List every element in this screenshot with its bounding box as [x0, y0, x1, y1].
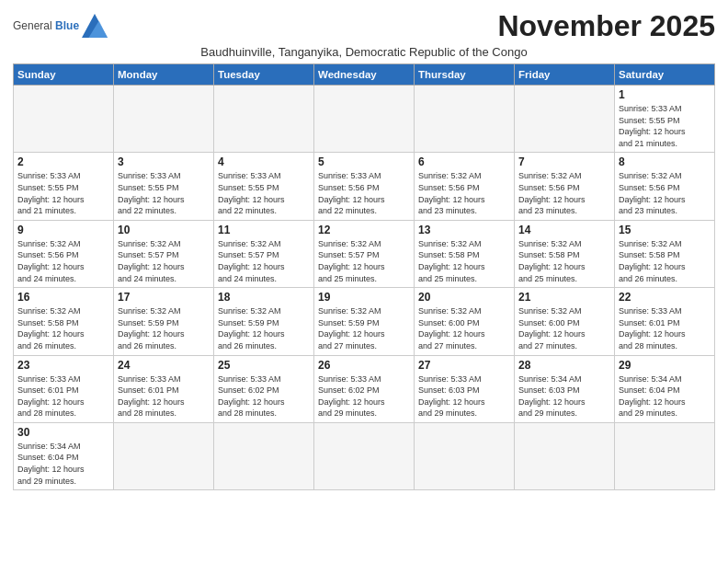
day-info: Sunrise: 5:33 AM Sunset: 6:01 PM Dayligh…	[619, 305, 711, 351]
calendar-cell: 30Sunrise: 5:34 AM Sunset: 6:04 PM Dayli…	[14, 422, 114, 489]
day-number: 24	[118, 359, 210, 372]
day-info: Sunrise: 5:32 AM Sunset: 5:59 PM Dayligh…	[218, 305, 310, 351]
logo: General Blue	[13, 13, 108, 39]
calendar-cell: 1Sunrise: 5:33 AM Sunset: 5:55 PM Daylig…	[615, 86, 715, 153]
calendar-cell: 6Sunrise: 5:32 AM Sunset: 5:56 PM Daylig…	[415, 153, 515, 220]
day-info: Sunrise: 5:33 AM Sunset: 5:55 PM Dayligh…	[619, 103, 711, 149]
day-info: Sunrise: 5:33 AM Sunset: 5:55 PM Dayligh…	[17, 170, 109, 216]
calendar-cell: 24Sunrise: 5:33 AM Sunset: 6:01 PM Dayli…	[114, 355, 214, 422]
week-row-5: 23Sunrise: 5:33 AM Sunset: 6:01 PM Dayli…	[14, 355, 715, 422]
calendar-cell: 5Sunrise: 5:33 AM Sunset: 5:56 PM Daylig…	[314, 153, 415, 220]
calendar-cell: 26Sunrise: 5:33 AM Sunset: 6:02 PM Dayli…	[314, 355, 415, 422]
day-info: Sunrise: 5:33 AM Sunset: 6:01 PM Dayligh…	[118, 373, 210, 419]
day-info: Sunrise: 5:33 AM Sunset: 6:02 PM Dayligh…	[218, 373, 310, 419]
day-number: 23	[17, 359, 109, 372]
calendar-cell: 29Sunrise: 5:34 AM Sunset: 6:04 PM Dayli…	[615, 355, 715, 422]
weekday-header-wednesday: Wednesday	[314, 64, 415, 86]
day-info: Sunrise: 5:32 AM Sunset: 5:59 PM Dayligh…	[118, 305, 210, 351]
day-info: Sunrise: 5:33 AM Sunset: 6:03 PM Dayligh…	[418, 373, 510, 419]
day-number: 7	[518, 155, 610, 168]
calendar-cell	[415, 86, 515, 153]
calendar-cell: 22Sunrise: 5:33 AM Sunset: 6:01 PM Dayli…	[615, 288, 715, 355]
day-info: Sunrise: 5:33 AM Sunset: 5:55 PM Dayligh…	[218, 170, 310, 216]
logo-text: General Blue	[13, 19, 79, 32]
day-info: Sunrise: 5:32 AM Sunset: 5:56 PM Dayligh…	[518, 170, 610, 216]
day-info: Sunrise: 5:34 AM Sunset: 6:03 PM Dayligh…	[518, 373, 610, 419]
day-number: 26	[318, 359, 410, 372]
calendar-cell: 7Sunrise: 5:32 AM Sunset: 5:56 PM Daylig…	[515, 153, 615, 220]
day-number: 20	[418, 291, 510, 304]
calendar-cell: 17Sunrise: 5:32 AM Sunset: 5:59 PM Dayli…	[114, 288, 214, 355]
day-number: 9	[17, 224, 109, 236]
weekday-header-saturday: Saturday	[615, 64, 715, 86]
calendar-cell: 25Sunrise: 5:33 AM Sunset: 6:02 PM Dayli…	[214, 355, 314, 422]
calendar-cell: 8Sunrise: 5:32 AM Sunset: 5:56 PM Daylig…	[615, 153, 715, 220]
calendar-cell	[114, 86, 214, 153]
day-number: 8	[619, 155, 711, 168]
calendar-cell: 15Sunrise: 5:32 AM Sunset: 5:58 PM Dayli…	[615, 220, 715, 287]
day-info: Sunrise: 5:32 AM Sunset: 5:58 PM Dayligh…	[518, 238, 610, 284]
calendar-cell: 13Sunrise: 5:32 AM Sunset: 5:58 PM Dayli…	[415, 220, 515, 287]
day-number: 16	[17, 291, 109, 304]
day-info: Sunrise: 5:32 AM Sunset: 5:57 PM Dayligh…	[318, 238, 410, 284]
day-info: Sunrise: 5:34 AM Sunset: 6:04 PM Dayligh…	[619, 373, 711, 419]
calendar-cell: 27Sunrise: 5:33 AM Sunset: 6:03 PM Dayli…	[415, 355, 515, 422]
calendar-cell	[415, 422, 515, 489]
subtitle: Baudhuinville, Tanganyika, Democratic Re…	[13, 45, 715, 59]
day-info: Sunrise: 5:33 AM Sunset: 6:01 PM Dayligh…	[17, 373, 109, 419]
day-number: 12	[318, 224, 410, 236]
day-number: 2	[17, 155, 109, 168]
day-info: Sunrise: 5:32 AM Sunset: 5:57 PM Dayligh…	[118, 238, 210, 284]
calendar-cell	[114, 422, 214, 489]
calendar-cell: 20Sunrise: 5:32 AM Sunset: 6:00 PM Dayli…	[415, 288, 515, 355]
calendar-cell	[515, 422, 615, 489]
day-info: Sunrise: 5:32 AM Sunset: 5:56 PM Dayligh…	[619, 170, 711, 216]
day-number: 4	[218, 155, 310, 168]
calendar-cell	[14, 86, 114, 153]
day-info: Sunrise: 5:33 AM Sunset: 6:02 PM Dayligh…	[318, 373, 410, 419]
calendar-cell: 19Sunrise: 5:32 AM Sunset: 5:59 PM Dayli…	[314, 288, 415, 355]
week-row-3: 9Sunrise: 5:32 AM Sunset: 5:56 PM Daylig…	[14, 220, 715, 287]
day-number: 3	[118, 155, 210, 168]
calendar-cell	[515, 86, 615, 153]
day-info: Sunrise: 5:32 AM Sunset: 5:58 PM Dayligh…	[418, 238, 510, 284]
calendar-cell	[615, 422, 715, 489]
calendar-cell	[314, 86, 415, 153]
weekday-header-sunday: Sunday	[14, 64, 114, 86]
day-info: Sunrise: 5:32 AM Sunset: 5:59 PM Dayligh…	[318, 305, 410, 351]
header-row: General Blue November 2025	[13, 9, 715, 43]
day-info: Sunrise: 5:34 AM Sunset: 6:04 PM Dayligh…	[17, 441, 109, 487]
calendar-cell: 28Sunrise: 5:34 AM Sunset: 6:03 PM Dayli…	[515, 355, 615, 422]
day-info: Sunrise: 5:32 AM Sunset: 5:56 PM Dayligh…	[17, 238, 109, 284]
day-info: Sunrise: 5:32 AM Sunset: 5:58 PM Dayligh…	[619, 238, 711, 284]
calendar-cell	[214, 86, 314, 153]
weekday-header-thursday: Thursday	[415, 64, 515, 86]
weekday-header-friday: Friday	[515, 64, 615, 86]
calendar-cell: 11Sunrise: 5:32 AM Sunset: 5:57 PM Dayli…	[214, 220, 314, 287]
calendar-cell: 21Sunrise: 5:32 AM Sunset: 6:00 PM Dayli…	[515, 288, 615, 355]
day-number: 11	[218, 224, 310, 236]
day-number: 19	[318, 291, 410, 304]
day-info: Sunrise: 5:33 AM Sunset: 5:55 PM Dayligh…	[118, 170, 210, 216]
day-number: 29	[619, 359, 711, 372]
day-info: Sunrise: 5:32 AM Sunset: 5:56 PM Dayligh…	[418, 170, 510, 216]
week-row-1: 1Sunrise: 5:33 AM Sunset: 5:55 PM Daylig…	[14, 86, 715, 153]
day-info: Sunrise: 5:32 AM Sunset: 6:00 PM Dayligh…	[518, 305, 610, 351]
week-row-2: 2Sunrise: 5:33 AM Sunset: 5:55 PM Daylig…	[14, 153, 715, 220]
logo-icon	[82, 13, 108, 39]
calendar-cell: 10Sunrise: 5:32 AM Sunset: 5:57 PM Dayli…	[114, 220, 214, 287]
day-number: 15	[619, 224, 711, 236]
day-number: 27	[418, 359, 510, 372]
day-info: Sunrise: 5:32 AM Sunset: 6:00 PM Dayligh…	[418, 305, 510, 351]
day-number: 18	[218, 291, 310, 304]
day-number: 10	[118, 224, 210, 236]
day-number: 21	[518, 291, 610, 304]
day-number: 5	[318, 155, 410, 168]
day-number: 17	[118, 291, 210, 304]
day-number: 22	[619, 291, 711, 304]
day-info: Sunrise: 5:32 AM Sunset: 5:57 PM Dayligh…	[218, 238, 310, 284]
calendar-cell	[214, 422, 314, 489]
calendar-cell: 23Sunrise: 5:33 AM Sunset: 6:01 PM Dayli…	[14, 355, 114, 422]
calendar-cell: 16Sunrise: 5:32 AM Sunset: 5:58 PM Dayli…	[14, 288, 114, 355]
page: General Blue November 2025 Baudhuinville…	[0, 0, 728, 498]
